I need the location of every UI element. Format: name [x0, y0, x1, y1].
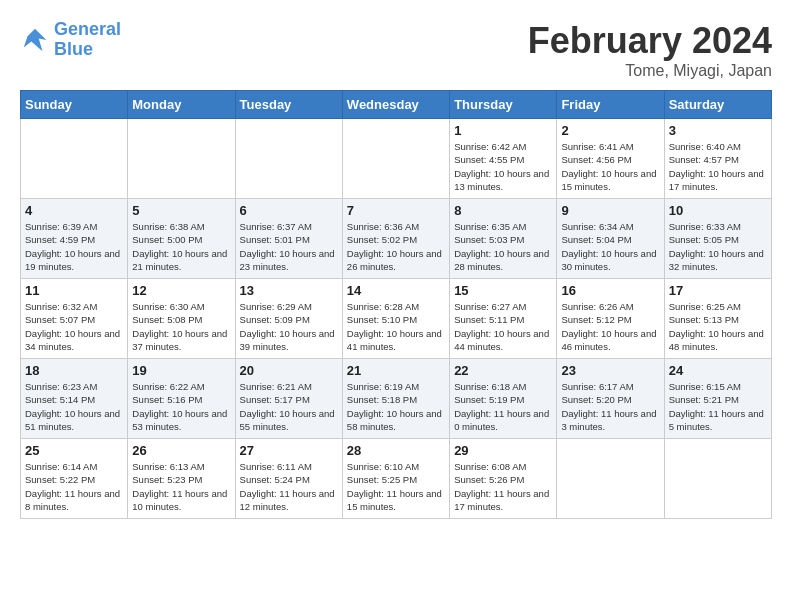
calendar-cell: 22Sunrise: 6:18 AM Sunset: 5:19 PM Dayli…: [450, 359, 557, 439]
day-number: 24: [669, 363, 767, 378]
day-number: 16: [561, 283, 659, 298]
header-saturday: Saturday: [664, 91, 771, 119]
day-number: 18: [25, 363, 123, 378]
day-number: 2: [561, 123, 659, 138]
day-number: 5: [132, 203, 230, 218]
day-info: Sunrise: 6:14 AM Sunset: 5:22 PM Dayligh…: [25, 460, 123, 513]
calendar-cell: 20Sunrise: 6:21 AM Sunset: 5:17 PM Dayli…: [235, 359, 342, 439]
day-info: Sunrise: 6:10 AM Sunset: 5:25 PM Dayligh…: [347, 460, 445, 513]
calendar-cell: 27Sunrise: 6:11 AM Sunset: 5:24 PM Dayli…: [235, 439, 342, 519]
day-number: 20: [240, 363, 338, 378]
day-info: Sunrise: 6:37 AM Sunset: 5:01 PM Dayligh…: [240, 220, 338, 273]
logo-text: General Blue: [54, 20, 121, 60]
calendar-table: SundayMondayTuesdayWednesdayThursdayFrid…: [20, 90, 772, 519]
calendar-cell: [21, 119, 128, 199]
day-number: 25: [25, 443, 123, 458]
calendar-cell: 21Sunrise: 6:19 AM Sunset: 5:18 PM Dayli…: [342, 359, 449, 439]
calendar-cell: 4Sunrise: 6:39 AM Sunset: 4:59 PM Daylig…: [21, 199, 128, 279]
calendar-cell: [235, 119, 342, 199]
day-info: Sunrise: 6:41 AM Sunset: 4:56 PM Dayligh…: [561, 140, 659, 193]
day-number: 7: [347, 203, 445, 218]
day-info: Sunrise: 6:42 AM Sunset: 4:55 PM Dayligh…: [454, 140, 552, 193]
day-number: 28: [347, 443, 445, 458]
calendar-week-0: 1Sunrise: 6:42 AM Sunset: 4:55 PM Daylig…: [21, 119, 772, 199]
calendar-cell: [128, 119, 235, 199]
calendar-cell: 24Sunrise: 6:15 AM Sunset: 5:21 PM Dayli…: [664, 359, 771, 439]
calendar-week-4: 25Sunrise: 6:14 AM Sunset: 5:22 PM Dayli…: [21, 439, 772, 519]
calendar-cell: 15Sunrise: 6:27 AM Sunset: 5:11 PM Dayli…: [450, 279, 557, 359]
calendar-cell: 14Sunrise: 6:28 AM Sunset: 5:10 PM Dayli…: [342, 279, 449, 359]
day-info: Sunrise: 6:40 AM Sunset: 4:57 PM Dayligh…: [669, 140, 767, 193]
day-info: Sunrise: 6:22 AM Sunset: 5:16 PM Dayligh…: [132, 380, 230, 433]
day-info: Sunrise: 6:30 AM Sunset: 5:08 PM Dayligh…: [132, 300, 230, 353]
day-number: 1: [454, 123, 552, 138]
calendar-body: 1Sunrise: 6:42 AM Sunset: 4:55 PM Daylig…: [21, 119, 772, 519]
calendar-week-2: 11Sunrise: 6:32 AM Sunset: 5:07 PM Dayli…: [21, 279, 772, 359]
day-info: Sunrise: 6:39 AM Sunset: 4:59 PM Dayligh…: [25, 220, 123, 273]
day-info: Sunrise: 6:23 AM Sunset: 5:14 PM Dayligh…: [25, 380, 123, 433]
calendar-cell: 2Sunrise: 6:41 AM Sunset: 4:56 PM Daylig…: [557, 119, 664, 199]
calendar-cell: 5Sunrise: 6:38 AM Sunset: 5:00 PM Daylig…: [128, 199, 235, 279]
header-sunday: Sunday: [21, 91, 128, 119]
day-info: Sunrise: 6:19 AM Sunset: 5:18 PM Dayligh…: [347, 380, 445, 433]
day-number: 9: [561, 203, 659, 218]
day-number: 21: [347, 363, 445, 378]
calendar-week-1: 4Sunrise: 6:39 AM Sunset: 4:59 PM Daylig…: [21, 199, 772, 279]
day-info: Sunrise: 6:33 AM Sunset: 5:05 PM Dayligh…: [669, 220, 767, 273]
day-info: Sunrise: 6:28 AM Sunset: 5:10 PM Dayligh…: [347, 300, 445, 353]
day-number: 23: [561, 363, 659, 378]
page-header: General Blue February 2024 Tome, Miyagi,…: [20, 20, 772, 80]
day-number: 26: [132, 443, 230, 458]
calendar-cell: 7Sunrise: 6:36 AM Sunset: 5:02 PM Daylig…: [342, 199, 449, 279]
calendar-cell: 25Sunrise: 6:14 AM Sunset: 5:22 PM Dayli…: [21, 439, 128, 519]
day-number: 10: [669, 203, 767, 218]
calendar-cell: 12Sunrise: 6:30 AM Sunset: 5:08 PM Dayli…: [128, 279, 235, 359]
header-friday: Friday: [557, 91, 664, 119]
day-info: Sunrise: 6:29 AM Sunset: 5:09 PM Dayligh…: [240, 300, 338, 353]
calendar-cell: 28Sunrise: 6:10 AM Sunset: 5:25 PM Dayli…: [342, 439, 449, 519]
day-number: 3: [669, 123, 767, 138]
day-number: 29: [454, 443, 552, 458]
day-info: Sunrise: 6:38 AM Sunset: 5:00 PM Dayligh…: [132, 220, 230, 273]
svg-marker-0: [24, 29, 47, 52]
header-wednesday: Wednesday: [342, 91, 449, 119]
day-number: 14: [347, 283, 445, 298]
day-info: Sunrise: 6:35 AM Sunset: 5:03 PM Dayligh…: [454, 220, 552, 273]
calendar-cell: 19Sunrise: 6:22 AM Sunset: 5:16 PM Dayli…: [128, 359, 235, 439]
calendar-cell: 9Sunrise: 6:34 AM Sunset: 5:04 PM Daylig…: [557, 199, 664, 279]
day-info: Sunrise: 6:21 AM Sunset: 5:17 PM Dayligh…: [240, 380, 338, 433]
calendar-cell: 23Sunrise: 6:17 AM Sunset: 5:20 PM Dayli…: [557, 359, 664, 439]
calendar-cell: [557, 439, 664, 519]
day-number: 12: [132, 283, 230, 298]
day-number: 6: [240, 203, 338, 218]
header-tuesday: Tuesday: [235, 91, 342, 119]
day-info: Sunrise: 6:27 AM Sunset: 5:11 PM Dayligh…: [454, 300, 552, 353]
calendar-cell: 1Sunrise: 6:42 AM Sunset: 4:55 PM Daylig…: [450, 119, 557, 199]
logo: General Blue: [20, 20, 121, 60]
calendar-cell: [342, 119, 449, 199]
calendar-cell: [664, 439, 771, 519]
day-info: Sunrise: 6:15 AM Sunset: 5:21 PM Dayligh…: [669, 380, 767, 433]
calendar-cell: 6Sunrise: 6:37 AM Sunset: 5:01 PM Daylig…: [235, 199, 342, 279]
calendar-cell: 16Sunrise: 6:26 AM Sunset: 5:12 PM Dayli…: [557, 279, 664, 359]
day-number: 15: [454, 283, 552, 298]
calendar-header-row: SundayMondayTuesdayWednesdayThursdayFrid…: [21, 91, 772, 119]
calendar-cell: 13Sunrise: 6:29 AM Sunset: 5:09 PM Dayli…: [235, 279, 342, 359]
day-info: Sunrise: 6:34 AM Sunset: 5:04 PM Dayligh…: [561, 220, 659, 273]
location-title: Tome, Miyagi, Japan: [528, 62, 772, 80]
title-block: February 2024 Tome, Miyagi, Japan: [528, 20, 772, 80]
day-info: Sunrise: 6:08 AM Sunset: 5:26 PM Dayligh…: [454, 460, 552, 513]
day-info: Sunrise: 6:26 AM Sunset: 5:12 PM Dayligh…: [561, 300, 659, 353]
calendar-cell: 11Sunrise: 6:32 AM Sunset: 5:07 PM Dayli…: [21, 279, 128, 359]
day-info: Sunrise: 6:13 AM Sunset: 5:23 PM Dayligh…: [132, 460, 230, 513]
day-info: Sunrise: 6:11 AM Sunset: 5:24 PM Dayligh…: [240, 460, 338, 513]
day-number: 19: [132, 363, 230, 378]
header-thursday: Thursday: [450, 91, 557, 119]
day-number: 17: [669, 283, 767, 298]
calendar-cell: 17Sunrise: 6:25 AM Sunset: 5:13 PM Dayli…: [664, 279, 771, 359]
day-number: 22: [454, 363, 552, 378]
day-info: Sunrise: 6:18 AM Sunset: 5:19 PM Dayligh…: [454, 380, 552, 433]
day-info: Sunrise: 6:25 AM Sunset: 5:13 PM Dayligh…: [669, 300, 767, 353]
calendar-cell: 10Sunrise: 6:33 AM Sunset: 5:05 PM Dayli…: [664, 199, 771, 279]
calendar-cell: 29Sunrise: 6:08 AM Sunset: 5:26 PM Dayli…: [450, 439, 557, 519]
